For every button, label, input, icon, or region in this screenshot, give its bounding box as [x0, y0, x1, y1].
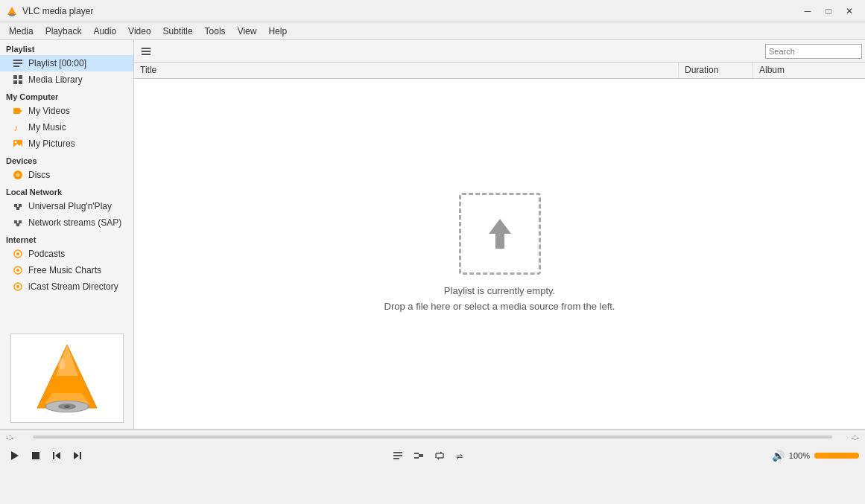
svg-rect-57 — [414, 457, 419, 459]
svg-point-31 — [16, 269, 19, 272]
time-elapsed: -:- — [6, 433, 28, 441]
window-controls[interactable]: ─ □ ✕ — [798, 3, 859, 19]
close-button[interactable]: ✕ — [840, 3, 859, 19]
shuffle-icon: ⇌ — [455, 450, 466, 461]
svg-rect-5 — [13, 75, 17, 79]
sidebar-item-free-music-charts[interactable]: Free Music Charts — [0, 262, 133, 278]
column-headers: Title Duration Album — [134, 63, 865, 79]
vlc-icon — [6, 5, 18, 17]
menu-tools[interactable]: Tools — [199, 25, 232, 38]
menu-view[interactable]: View — [232, 25, 263, 38]
playlist-toggle-icon — [393, 450, 403, 461]
svg-rect-56 — [419, 454, 423, 456]
svg-point-33 — [16, 285, 19, 288]
minimize-button[interactable]: ─ — [798, 3, 817, 19]
svg-rect-51 — [80, 452, 81, 459]
svg-marker-46 — [11, 451, 19, 460]
svg-rect-2 — [13, 60, 22, 61]
menu-audio[interactable]: Audio — [87, 25, 122, 38]
seekbar-area: -:- -:- — [0, 430, 865, 444]
icast-label: iCast Stream Directory — [28, 281, 118, 292]
sidebar-internet-header: Internet — [0, 231, 133, 246]
menu-media[interactable]: Media — [3, 25, 39, 38]
maximize-button[interactable]: □ — [819, 3, 838, 19]
volume-label: 100% — [789, 451, 810, 460]
window-title: VLC media player — [22, 6, 93, 16]
disc-icon — [12, 169, 24, 181]
menu-video[interactable]: Video — [122, 25, 156, 38]
sidebar-playlist-header: Playlist — [0, 40, 133, 55]
pictures-icon — [12, 138, 24, 150]
download-arrow-icon — [478, 211, 522, 256]
my-videos-label: My Videos — [28, 106, 70, 116]
playlist-toolbar — [134, 40, 865, 63]
playlist-item-label: Playlist [00:00] — [28, 58, 86, 68]
sidebar-item-my-videos[interactable]: My Videos — [0, 103, 133, 119]
menu-subtitle[interactable]: Subtitle — [157, 25, 199, 38]
sidebar-item-my-pictures[interactable]: My Pictures — [0, 135, 133, 152]
svg-point-17 — [17, 174, 19, 176]
extended-settings-button[interactable] — [410, 447, 428, 465]
upnp-label: Universal Plug'n'Play — [28, 201, 112, 211]
svg-rect-3 — [13, 63, 22, 64]
column-duration: Duration — [679, 63, 753, 78]
network-streams-label: Network streams (SAP) — [28, 217, 121, 228]
sidebar-local-network-header: Local Network — [0, 183, 133, 198]
menu-playback[interactable]: Playback — [39, 25, 88, 38]
time-remaining: -:- — [837, 433, 859, 441]
sidebar: Playlist Playlist [00:00] — [0, 40, 134, 429]
svg-rect-6 — [19, 75, 22, 79]
sidebar-devices-header: Devices — [0, 152, 133, 167]
toggle-playlist-button[interactable] — [389, 447, 407, 465]
sidebar-item-media-library[interactable]: Media Library — [0, 71, 133, 88]
menu-help[interactable]: Help — [262, 25, 293, 38]
next-button[interactable] — [69, 447, 86, 465]
svg-rect-24 — [19, 220, 22, 223]
svg-rect-53 — [393, 455, 402, 456]
svg-rect-54 — [393, 458, 399, 459]
volume-slider[interactable] — [814, 453, 859, 459]
svg-point-29 — [16, 252, 19, 255]
svg-rect-19 — [19, 204, 22, 207]
playlist-icon — [12, 57, 24, 69]
sidebar-item-playlist[interactable]: Playlist [00:00] — [0, 55, 133, 71]
column-album: Album — [753, 63, 865, 78]
videos-icon — [12, 105, 24, 117]
svg-rect-49 — [53, 452, 54, 459]
prev-button[interactable] — [48, 447, 66, 465]
stop-icon — [31, 450, 41, 461]
upnp-icon — [12, 200, 24, 212]
controls-bar: ⇌ 🔊 100% — [0, 444, 865, 467]
volume-icon: 🔊 — [772, 450, 785, 462]
playlist-toolbar-left — [137, 42, 155, 60]
repeat-button[interactable] — [431, 447, 449, 465]
svg-rect-8 — [19, 80, 22, 84]
titlebar-left: VLC media player — [6, 5, 93, 17]
column-title: Title — [134, 63, 679, 78]
shuffle-button[interactable]: ⇌ — [451, 447, 469, 465]
sidebar-item-upnp[interactable]: Universal Plug'n'Play — [0, 198, 133, 214]
music-icon: ♪ — [12, 121, 24, 133]
play-button[interactable] — [6, 447, 24, 465]
sidebar-item-discs[interactable]: Discs — [0, 167, 133, 183]
discs-label: Discs — [28, 170, 50, 180]
sidebar-item-podcasts[interactable]: Podcasts — [0, 246, 133, 262]
drop-icon — [459, 193, 541, 275]
svg-text:⇌: ⇌ — [456, 452, 463, 461]
stop-button[interactable] — [27, 447, 45, 465]
list-view-icon — [141, 46, 151, 57]
svg-rect-18 — [14, 204, 17, 207]
seekbar[interactable] — [33, 436, 832, 438]
repeat-icon — [434, 450, 445, 461]
svg-text:♪: ♪ — [13, 122, 19, 133]
svg-marker-50 — [74, 452, 79, 459]
svg-rect-55 — [414, 453, 419, 454]
sidebar-item-my-music[interactable]: ♪ My Music — [0, 119, 133, 135]
playlist-view-button[interactable] — [137, 42, 155, 60]
sidebar-item-network-streams[interactable]: Network streams (SAP) — [0, 214, 133, 231]
prev-icon — [51, 450, 62, 461]
svg-rect-47 — [32, 452, 39, 459]
empty-playlist-area[interactable]: Playlist is currently empty. Drop a file… — [134, 79, 865, 429]
sidebar-item-icast[interactable]: iCast Stream Directory — [0, 278, 133, 295]
search-input[interactable] — [765, 44, 862, 59]
